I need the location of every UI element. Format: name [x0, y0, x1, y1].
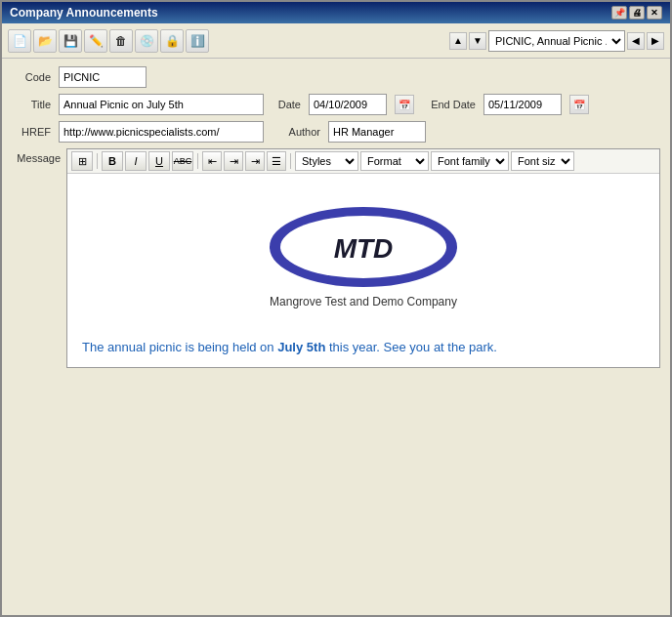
- window-title: Company Announcements: [10, 6, 158, 20]
- editor-toolbar: ⊞ B I U ABC ⇤ ⇥ ⇥ ☰ Styles For: [67, 149, 659, 174]
- save-button[interactable]: 💾: [59, 29, 82, 53]
- print-button[interactable]: 🖨: [629, 6, 645, 20]
- title-bar-buttons: 📌 🖨 ✕: [611, 6, 662, 20]
- lock-button[interactable]: 🔒: [160, 29, 184, 53]
- font-family-select[interactable]: Font family: [431, 151, 509, 171]
- align-justify-button[interactable]: ☰: [267, 151, 286, 171]
- nav-down-button[interactable]: ▼: [469, 32, 486, 50]
- italic-button[interactable]: I: [125, 151, 147, 171]
- record-selector[interactable]: PICNIC, Annual Picnic ...: [488, 30, 625, 52]
- title-row: Title Date 📅 End Date 📅: [12, 94, 660, 115]
- date-label: Date: [272, 99, 301, 110]
- author-input[interactable]: [328, 121, 426, 143]
- align-center-button[interactable]: ⇥: [224, 151, 243, 171]
- format-select[interactable]: Format: [360, 151, 429, 171]
- end-date-input[interactable]: [483, 94, 562, 115]
- logo-container: MTD Mangrove Test and Demo Company: [266, 203, 461, 308]
- mtd-logo: MTD: [266, 203, 461, 291]
- href-row: HREF Author: [12, 121, 660, 143]
- message-row: Message ⊞ B I U ABC ⇤ ⇥ ⇥ ☰ S: [12, 148, 660, 607]
- diskette-button[interactable]: 💿: [135, 29, 158, 53]
- delete-button[interactable]: 🗑: [109, 29, 133, 53]
- title-bar: Company Announcements 📌 🖨 ✕: [2, 2, 670, 23]
- edit-button[interactable]: ✏️: [84, 29, 107, 53]
- align-left-button[interactable]: ⇤: [202, 151, 222, 171]
- main-toolbar: 📄 📂 💾 ✏️ 🗑 💿 🔒 ℹ️ ▲ ▼ PICNIC, Annual Pic…: [2, 23, 670, 59]
- new-button[interactable]: 📄: [8, 29, 31, 53]
- toolbar-separator-1: [97, 153, 98, 169]
- end-date-picker-button[interactable]: 📅: [569, 95, 589, 114]
- close-button[interactable]: ✕: [647, 6, 662, 20]
- styles-select[interactable]: Styles: [295, 151, 358, 171]
- href-input[interactable]: [59, 121, 264, 143]
- href-label: HREF: [12, 126, 51, 138]
- open-button[interactable]: 📂: [33, 29, 57, 53]
- toolbar-left: 📄 📂 💾 ✏️ 🗑 💿 🔒 ℹ️: [8, 29, 209, 53]
- info-button[interactable]: ℹ️: [186, 29, 209, 53]
- code-input[interactable]: [59, 66, 147, 88]
- nav-prev-button[interactable]: ◀: [627, 32, 645, 50]
- company-name: Mangrove Test and Demo Company: [270, 295, 457, 308]
- title-label: Title: [12, 99, 51, 110]
- code-label: Code: [12, 71, 51, 83]
- bold-date: July 5th: [277, 340, 325, 354]
- code-row: Code: [12, 66, 660, 88]
- toolbar-separator-3: [290, 153, 291, 169]
- date-input[interactable]: [309, 94, 387, 115]
- editor-source-button[interactable]: ⊞: [71, 151, 93, 171]
- content-area: Code Title Date 📅 End Date 📅 HREF Author…: [2, 59, 670, 615]
- underline-button[interactable]: U: [148, 151, 170, 171]
- editor-body[interactable]: MTD Mangrove Test and Demo Company The a…: [67, 174, 659, 367]
- date-picker-button[interactable]: 📅: [395, 95, 414, 114]
- bold-button[interactable]: B: [102, 151, 123, 171]
- pin-button[interactable]: 📌: [611, 6, 627, 20]
- announcement-text: The annual picnic is being held on July …: [82, 338, 645, 357]
- font-size-select[interactable]: Font size: [511, 151, 574, 171]
- message-label: Message: [12, 148, 61, 164]
- align-right-button[interactable]: ⇥: [245, 151, 265, 171]
- end-date-label: End Date: [422, 99, 476, 110]
- title-input[interactable]: [59, 94, 264, 115]
- navigation-combo: ▲ ▼ PICNIC, Annual Picnic ... ◀ ▶: [449, 30, 664, 52]
- svg-text:MTD: MTD: [334, 233, 394, 264]
- strikethrough-button[interactable]: ABC: [172, 151, 193, 171]
- nav-up-button[interactable]: ▲: [449, 32, 467, 50]
- nav-next-button[interactable]: ▶: [647, 32, 664, 50]
- editor-container: ⊞ B I U ABC ⇤ ⇥ ⇥ ☰ Styles For: [66, 148, 660, 368]
- toolbar-separator-2: [197, 153, 198, 169]
- author-label: Author: [272, 126, 320, 138]
